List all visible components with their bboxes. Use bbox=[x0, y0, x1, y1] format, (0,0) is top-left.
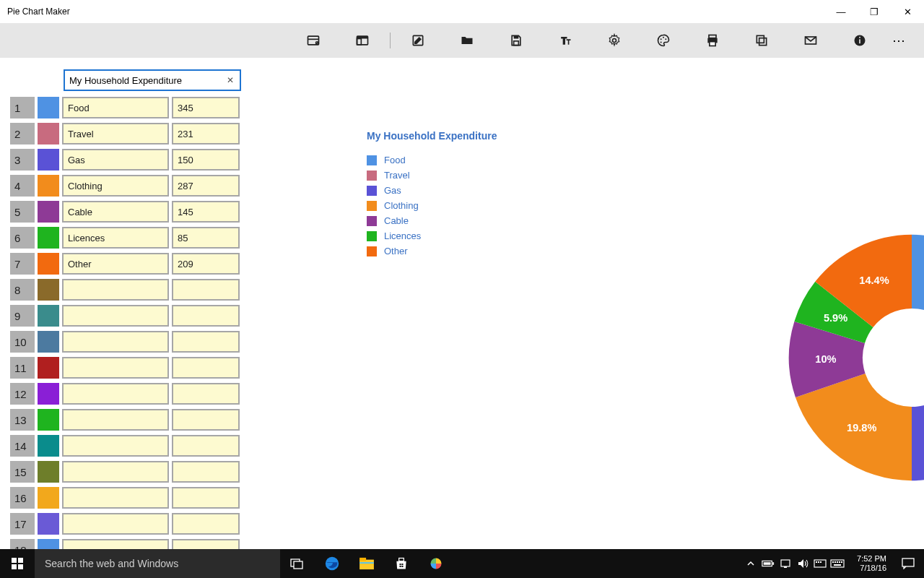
color-swatch[interactable] bbox=[38, 357, 59, 379]
color-swatch[interactable] bbox=[38, 435, 59, 457]
row-value-input[interactable]: 145 bbox=[172, 201, 240, 223]
row-value-input[interactable] bbox=[172, 305, 240, 327]
edit-icon[interactable] bbox=[393, 23, 443, 58]
donut-chart: 23.8%15.9%10.3%19.8%10%5.9%14.4% bbox=[785, 231, 924, 484]
row-name-input[interactable]: Licences bbox=[62, 227, 169, 249]
file-explorer-icon[interactable] bbox=[349, 549, 384, 578]
data-row: 7Other209 bbox=[10, 251, 244, 276]
color-swatch[interactable] bbox=[38, 305, 59, 327]
color-swatch[interactable] bbox=[38, 487, 59, 509]
row-value-input[interactable] bbox=[172, 539, 240, 549]
row-name-input[interactable]: Food bbox=[62, 97, 169, 118]
row-value-input[interactable] bbox=[172, 435, 240, 457]
row-name-input[interactable] bbox=[62, 305, 169, 327]
mail-icon[interactable] bbox=[786, 23, 835, 58]
color-swatch[interactable] bbox=[38, 539, 59, 549]
color-swatch[interactable] bbox=[38, 409, 59, 431]
app-icon[interactable] bbox=[419, 549, 453, 578]
input-icon[interactable] bbox=[811, 549, 829, 578]
data-row: 15 bbox=[10, 460, 244, 484]
color-swatch[interactable] bbox=[38, 227, 59, 249]
more-button[interactable]: ⋯ bbox=[885, 33, 914, 48]
chart-title-input[interactable] bbox=[69, 75, 225, 86]
text-icon[interactable] bbox=[541, 23, 590, 58]
row-name-input[interactable] bbox=[62, 331, 169, 353]
row-value-input[interactable]: 287 bbox=[172, 175, 240, 197]
row-name-input[interactable]: Clothing bbox=[62, 175, 169, 197]
start-button[interactable] bbox=[0, 549, 35, 578]
row-index: 5 bbox=[10, 201, 35, 223]
row-name-input[interactable] bbox=[62, 409, 169, 431]
row-value-input[interactable] bbox=[172, 331, 240, 353]
row-value-input[interactable] bbox=[172, 487, 240, 509]
color-swatch[interactable] bbox=[38, 253, 59, 275]
store-icon[interactable] bbox=[384, 549, 419, 578]
gear-icon[interactable] bbox=[590, 23, 639, 58]
volume-icon[interactable] bbox=[794, 549, 811, 578]
legend-item: Food bbox=[367, 155, 924, 165]
color-swatch[interactable] bbox=[38, 383, 59, 405]
save-icon[interactable] bbox=[492, 23, 541, 58]
row-name-input[interactable] bbox=[62, 435, 169, 457]
palette-icon[interactable] bbox=[639, 23, 688, 58]
network-icon[interactable] bbox=[777, 549, 794, 578]
row-name-input[interactable] bbox=[62, 513, 169, 535]
row-value-input[interactable]: 345 bbox=[172, 97, 240, 118]
row-value-input[interactable]: 209 bbox=[172, 253, 240, 275]
row-name-input[interactable] bbox=[62, 487, 169, 509]
folder-icon[interactable] bbox=[443, 23, 492, 58]
legend-swatch bbox=[367, 246, 377, 256]
row-value-input[interactable]: 85 bbox=[172, 227, 240, 249]
color-swatch[interactable] bbox=[38, 149, 59, 171]
color-swatch[interactable] bbox=[38, 331, 59, 353]
row-value-input[interactable] bbox=[172, 461, 240, 483]
row-value-input[interactable] bbox=[172, 279, 240, 301]
row-value-input[interactable] bbox=[172, 513, 240, 535]
tray-chevron-icon[interactable] bbox=[742, 549, 759, 578]
chart-title-input-wrap[interactable]: ✕ bbox=[64, 69, 241, 91]
color-swatch[interactable] bbox=[38, 279, 59, 301]
keyboard-icon[interactable] bbox=[829, 549, 846, 578]
row-name-input[interactable] bbox=[62, 539, 169, 549]
color-swatch[interactable] bbox=[38, 513, 59, 535]
minimize-button[interactable]: — bbox=[824, 0, 858, 23]
color-swatch[interactable] bbox=[38, 461, 59, 483]
row-name-input[interactable]: Cable bbox=[62, 201, 169, 223]
color-swatch[interactable] bbox=[38, 201, 59, 223]
close-button[interactable]: ✕ bbox=[891, 0, 924, 23]
row-name-input[interactable]: Gas bbox=[62, 149, 169, 171]
battery-icon[interactable] bbox=[759, 549, 777, 578]
color-swatch[interactable] bbox=[38, 123, 59, 144]
row-value-input[interactable] bbox=[172, 383, 240, 405]
clear-title-icon[interactable]: ✕ bbox=[225, 75, 235, 85]
row-name-input[interactable] bbox=[62, 357, 169, 379]
print-icon[interactable] bbox=[688, 23, 737, 58]
data-row: 10 bbox=[10, 329, 244, 354]
svg-rect-35 bbox=[401, 564, 403, 565]
data-row: 3Gas150 bbox=[10, 147, 244, 172]
clock[interactable]: 7:52 PM 7/18/16 bbox=[846, 554, 892, 573]
row-name-input[interactable]: Travel bbox=[62, 123, 169, 144]
row-name-input[interactable] bbox=[62, 279, 169, 301]
color-swatch[interactable] bbox=[38, 175, 59, 197]
copy-icon[interactable] bbox=[737, 23, 786, 58]
taskbar-search[interactable]: Search the web and Windows bbox=[35, 549, 280, 578]
info-icon[interactable] bbox=[835, 23, 884, 58]
row-value-input[interactable] bbox=[172, 357, 240, 379]
edge-icon[interactable] bbox=[315, 549, 349, 578]
color-swatch[interactable] bbox=[38, 97, 59, 118]
legend-item: Travel bbox=[367, 170, 924, 181]
row-value-input[interactable]: 150 bbox=[172, 149, 240, 171]
row-name-input[interactable] bbox=[62, 383, 169, 405]
task-view-icon[interactable] bbox=[280, 549, 315, 578]
row-name-input[interactable] bbox=[62, 461, 169, 483]
action-center-icon[interactable] bbox=[892, 549, 924, 578]
card-icon[interactable] bbox=[289, 23, 338, 58]
row-name-input[interactable]: Other bbox=[62, 253, 169, 275]
panel-icon[interactable] bbox=[338, 23, 387, 58]
row-index: 18 bbox=[10, 539, 35, 549]
maximize-button[interactable]: ❐ bbox=[858, 0, 891, 23]
row-value-input[interactable] bbox=[172, 409, 240, 431]
svg-point-11 bbox=[663, 37, 664, 38]
row-value-input[interactable]: 231 bbox=[172, 123, 240, 144]
